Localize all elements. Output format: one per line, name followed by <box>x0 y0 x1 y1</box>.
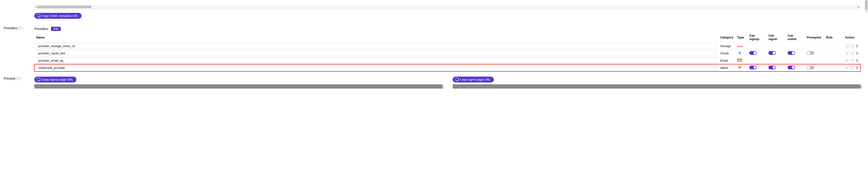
th-action: Action <box>843 32 861 43</box>
table-row: metamask_provider⌄Web3∧∨ <box>34 64 861 72</box>
copy-signup-button[interactable]: Copy signup page URL <box>34 77 76 82</box>
can-signup-toggle[interactable] <box>749 66 757 69</box>
can-unlink-toggle[interactable] <box>787 66 795 69</box>
move-up-button: ∧ <box>845 44 849 48</box>
th-type: Type <box>735 32 747 43</box>
providers-side-label: Providers ? : <box>4 26 34 30</box>
provider-name-select[interactable]: provider_storage_minio_s3⌄ <box>36 43 717 49</box>
signup-preview-pane <box>34 84 442 88</box>
move-up-button[interactable]: ∧ <box>845 66 849 70</box>
th-can-signup: Can signup <box>747 32 767 43</box>
move-up-button[interactable]: ∧ <box>845 58 849 62</box>
th-category: Category <box>718 32 735 43</box>
category-cell: Email <box>718 57 735 64</box>
table-row: provider_oauth_lark⌄OAuth∧∨ <box>34 50 861 57</box>
delete-button[interactable] <box>856 59 859 62</box>
table-row: provider_email_qq⌄Email∧∨ <box>34 57 861 64</box>
chevron-down-icon: ⌄ <box>713 59 714 62</box>
can-signin-toggle[interactable] <box>769 66 776 69</box>
rule-cell <box>824 43 843 50</box>
can-unlink-toggle[interactable] <box>787 51 795 55</box>
prompted-toggle[interactable] <box>807 66 814 69</box>
help-icon[interactable]: ? <box>17 77 20 80</box>
chevron-down-icon: ⌄ <box>713 52 714 55</box>
category-cell: Web3 <box>718 64 735 72</box>
preview-side-label: Preview ? : <box>4 77 34 80</box>
move-down-button[interactable]: ∨ <box>850 44 855 48</box>
prompted-toggle[interactable] <box>807 51 814 55</box>
gmail-icon <box>737 58 742 62</box>
chevron-down-icon: ⌄ <box>713 67 714 69</box>
move-up-button[interactable]: ∧ <box>845 51 849 55</box>
rule-cell <box>824 50 843 57</box>
minio-icon: MINIO <box>737 46 743 48</box>
copy-icon <box>38 78 40 81</box>
can-signup-toggle[interactable] <box>749 51 757 55</box>
provider-name-select[interactable]: provider_oauth_lark⌄ <box>36 50 717 56</box>
chevron-down-icon: ⌄ <box>713 45 714 47</box>
horizontal-scrollbar[interactable]: ◄ ► <box>34 5 861 9</box>
page-scrollbar[interactable] <box>865 0 868 13</box>
th-prompted: Prompted <box>805 32 824 43</box>
th-rule: Rule <box>824 32 843 43</box>
providers-heading: Providers <box>34 27 48 31</box>
provider-name-select[interactable]: provider_email_qq⌄ <box>36 58 717 63</box>
add-provider-button[interactable]: Add <box>51 27 61 31</box>
delete-button[interactable] <box>856 44 859 48</box>
category-cell: OAuth <box>718 50 735 57</box>
rule-cell <box>824 57 843 64</box>
copy-signin-button[interactable]: Copy signin page URL <box>453 77 494 82</box>
th-can-unlink: Can unlink <box>786 32 805 43</box>
copy-icon <box>456 78 459 81</box>
providers-table: Name Category Type Can signup Can signin… <box>34 32 861 72</box>
provider-name-select[interactable]: metamask_provider⌄ <box>36 65 717 71</box>
th-name: Name <box>34 32 718 43</box>
move-down-button[interactable]: ∨ <box>850 51 855 55</box>
table-row: provider_storage_minio_s3⌄StorageMINIO∧∨ <box>34 43 861 50</box>
lark-icon <box>737 51 742 55</box>
signin-preview-pane <box>453 84 861 88</box>
can-signin-toggle[interactable] <box>769 51 776 55</box>
th-can-signin: Can signin <box>767 32 786 43</box>
copy-icon <box>38 15 40 17</box>
copy-saml-label: Copy SAML metadata URL <box>42 14 78 18</box>
copy-saml-button[interactable]: Copy SAML metadata URL <box>34 13 82 19</box>
rule-cell <box>824 64 843 72</box>
help-icon[interactable]: ? <box>19 26 22 30</box>
copy-signup-label: Copy signup page URL <box>42 78 73 81</box>
category-cell: Storage <box>718 43 735 50</box>
delete-button[interactable] <box>856 66 859 69</box>
metamask-icon <box>737 66 742 69</box>
move-down-button: ∨ <box>850 66 855 70</box>
copy-signin-label: Copy signin page URL <box>460 78 491 81</box>
move-down-button[interactable]: ∨ <box>850 58 855 62</box>
delete-button[interactable] <box>856 52 859 55</box>
code-preview-area <box>34 0 861 5</box>
